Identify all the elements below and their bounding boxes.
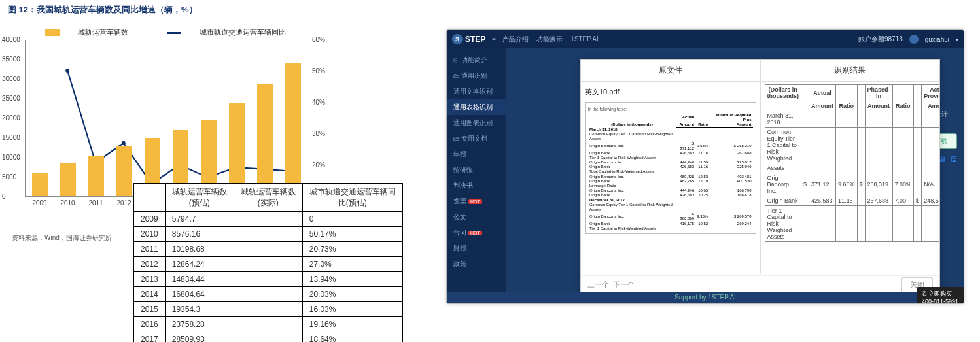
top-link[interactable]: 产品介绍 [502,35,529,43]
y-left-tick: 25000 [2,95,20,102]
chart-legend: 城轨运营车辆数 城市轨道交通运营车辆同比 [12,25,319,40]
sidebar-label: 合同 [453,229,466,236]
sidebar-label: 通用表格识别 [453,103,493,111]
result-td [836,111,858,128]
top-link[interactable]: 1STEP.AI [570,35,599,43]
td: 0 [302,212,402,227]
sidebar-item[interactable]: 公文 [447,209,506,225]
chart-bar [257,84,273,196]
td: 18.64% [302,332,402,343]
app-logo[interactable]: S STEP [452,34,485,44]
result-td [914,206,922,242]
avatar[interactable] [909,35,919,44]
table-row: 20108576.1650.17% [134,227,403,242]
td [234,332,302,343]
chart-data-table: 城轨运营车辆数(预估)城轨运营车辆数(实际)城市轨道交通运营车辆同比(预估)20… [133,183,403,342]
result-td [836,206,858,242]
result-row: Common Equity Tier 1 Capital to Risk-Wei… [765,128,939,163]
y-left-tick: 40000 [2,36,20,43]
y-right-tick: 60% [312,36,325,43]
chart-title: 图 12：我国城轨运营车辆数及同比增速（辆，%） [0,0,445,20]
result-td [809,128,836,163]
td: 2012 [134,257,166,272]
td [234,317,302,332]
chart-bar [116,146,132,196]
table-row: 201212864.2427.0% [134,257,403,272]
sidebar-item[interactable]: 判决书 [447,178,506,194]
sidebar-item[interactable]: 🗁通用识别 [447,68,506,84]
hot-badge: HOT [468,231,482,235]
sidebar-item[interactable]: 发票HOT [447,194,506,209]
y-right-tick: 20% [312,162,325,169]
sidebar-item[interactable]: 财报 [447,241,506,256]
sidebar-item[interactable]: 招研报 [447,162,506,178]
result-td [892,163,914,173]
table-row: 201623758.2819.16% [134,317,403,332]
result-td [857,163,865,173]
app-footer: Support by 1STEP.AI [447,292,964,303]
sidebar-icon: 🗁 [453,135,460,142]
result-td: Origin Bank [765,196,801,206]
sidebar-item[interactable]: ⎘功能简介 [447,52,506,68]
result-td [922,128,939,163]
result-td: 248,567 [922,196,939,206]
printer-icon[interactable]: 🖶 [939,156,946,163]
legend-swatch-line [167,32,181,34]
result-td: Assets [765,163,801,173]
sidebar-item[interactable]: 🗁专用文档 [447,131,506,146]
contact-badge[interactable]: ✆ 立即购买 400-811-5991 [917,287,964,304]
chart-bar [60,163,76,196]
result-row: March 31, 2018 [765,111,939,128]
save-icon[interactable]: 🖫 [951,156,957,163]
result-td [809,111,836,128]
table-row: 20095794.70 [134,212,403,227]
sidebar-label: 政策 [453,260,466,267]
top-link[interactable]: 功能展示 [536,35,563,43]
td: 2013 [134,272,166,287]
td [234,302,302,317]
y-right-tick: 30% [312,130,325,137]
main-pane: 下载统计 下载 ✔ 🖶 🖫 原文件 识别结果 英文10.pdf in the f… [506,48,964,292]
chevron-down-icon[interactable]: ▾ [956,37,958,43]
result-td [857,128,865,163]
result-td [892,206,914,242]
td: 23758.28 [165,317,234,332]
panel-original: 英文10.pdf in the following table:ActualMi… [581,82,760,274]
td [234,227,302,242]
result-td [865,111,892,128]
sidebar-item[interactable]: 通用表格识别 [447,99,506,115]
td: 14834.44 [165,272,234,287]
result-td [809,206,836,242]
td: 16804.64 [165,287,234,302]
result-th [892,85,914,101]
sidebar-item[interactable]: 通用文本识别 [447,84,506,99]
sidebar-label: 财报 [453,245,466,252]
th: 城市轨道交通运营车辆同比(预估) [302,184,402,212]
td: 28509.93 [165,332,234,343]
sidebar-item[interactable]: 合同HOT [447,225,506,241]
sidebar-item[interactable]: 政策 [447,256,506,272]
next-link[interactable]: 下一个 [613,280,635,290]
username-label[interactable]: guxiahui [925,36,949,43]
result-td [922,206,939,242]
prev-link[interactable]: 上一个 [587,280,609,290]
result-th [801,101,809,111]
td: 50.17% [302,227,402,242]
td: 2014 [134,287,166,302]
sidebar-item[interactable]: 年报 [447,146,506,162]
modal-footer: 上一个 下一个 关闭 [581,275,939,294]
tab-original[interactable]: 原文件 [581,60,760,82]
hamburger-icon[interactable]: ≡ [492,36,496,43]
th [134,184,166,212]
result-row: Origin Bancorp, Inc.$371,129.68%$268,319… [765,173,939,196]
result-td [857,206,865,242]
td: 12864.24 [165,257,234,272]
result-td [801,196,809,206]
result-td: Tier 1 Capital to Risk-Weighted Assets [765,206,801,242]
result-td: Common Equity Tier 1 Capital to Risk-Wei… [765,128,801,163]
svg-point-2 [122,141,126,145]
result-td [857,111,865,128]
td: 20.73% [302,242,402,257]
sidebar-item[interactable]: 通用图表识别 [447,115,506,131]
tab-result[interactable]: 识别结果 [760,60,940,82]
